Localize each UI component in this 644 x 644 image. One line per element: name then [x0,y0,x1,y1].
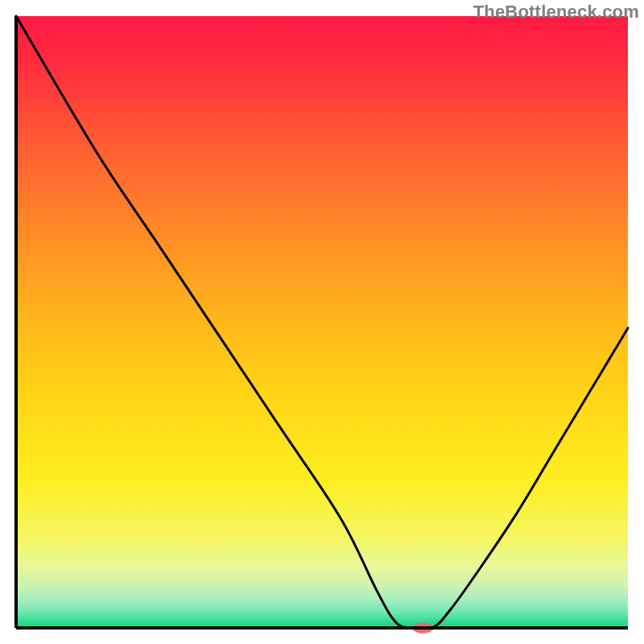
bottleneck-chart [0,0,644,644]
chart-container: TheBottleneck.com [0,0,644,644]
chart-background [16,16,628,628]
watermark-text: TheBottleneck.com [473,2,639,23]
